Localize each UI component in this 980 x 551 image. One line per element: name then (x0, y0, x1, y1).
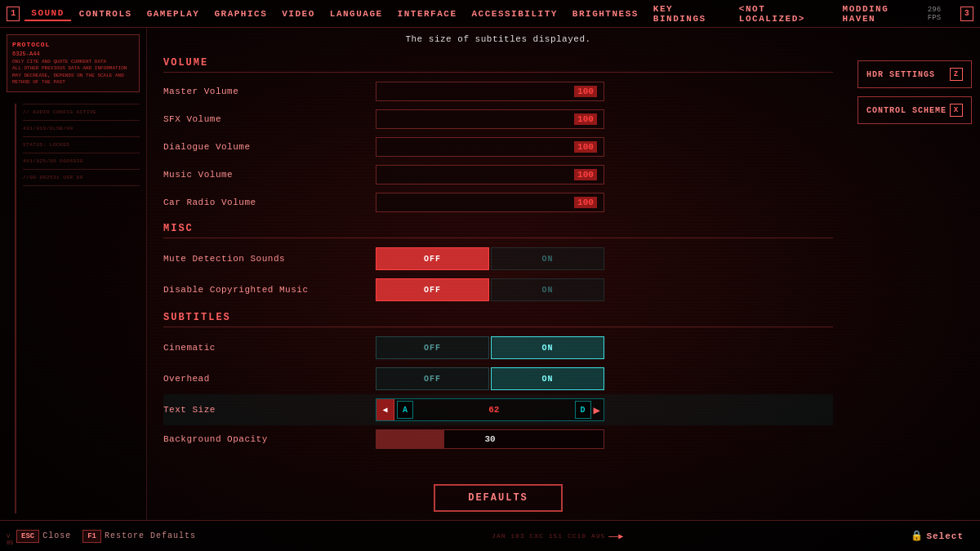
label-text-size: Text Size (163, 405, 376, 415)
value-car-radio-volume: 100 (574, 197, 597, 208)
control-cinematic[interactable]: OFF ON (376, 336, 833, 359)
version-box: V85 (7, 533, 13, 546)
sidebar-decorative: // AUDIO CONFIG ACTIVE 431/019/ULSB/00 S… (15, 104, 140, 513)
slider-sfx-volume[interactable]: 100 (376, 109, 604, 129)
value-sfx-volume: 100 (574, 113, 597, 125)
toggle-cinematic[interactable]: OFF ON (376, 336, 604, 359)
setting-text-size: Text Size ◀ A 62 D ▶ (163, 394, 833, 425)
toggle-mute-detection[interactable]: OFF ON (376, 247, 604, 270)
toggle-on-overhead[interactable]: ON (491, 367, 604, 390)
sidebar-data-1: // AUDIO CONFIG ACTIVE (23, 109, 140, 115)
toggle-off-overhead[interactable]: OFF (376, 367, 489, 390)
esc-key: ESC (16, 530, 39, 543)
toggle-on-mute-detection[interactable]: ON (491, 247, 604, 270)
sidebar-line-2 (23, 120, 140, 121)
control-scheme-button[interactable]: CONTROL SCHEME X (858, 96, 972, 124)
setting-car-radio-volume: Car Radio Volume 100 (163, 189, 833, 216)
control-overhead[interactable]: OFF ON (376, 367, 833, 390)
control-mute-detection[interactable]: OFF ON (376, 247, 833, 270)
control-text-size[interactable]: ◀ A 62 D ▶ (376, 398, 833, 421)
toggle-off-cinematic[interactable]: OFF (376, 336, 489, 359)
setting-sfx-volume: SFX Volume 100 (163, 105, 833, 133)
nav-tab-video[interactable]: VIDEO (275, 7, 322, 20)
label-sfx-volume: SFX Volume (163, 114, 376, 124)
opacity-fill (376, 430, 444, 448)
nav-tab-brightness[interactable]: BRIGHTNESS (566, 7, 645, 20)
left-sidebar: PROTOCOL 6325-A44 ONLY CITE AND QUOTE CU… (0, 28, 147, 520)
section-subtitles: Subtitles (163, 305, 833, 327)
protocol-warning: ONLY CITE AND QUOTE CURRENT DATA (12, 59, 134, 65)
nav-tab-controls[interactable]: CONTROLS (73, 7, 139, 20)
nav-tab-sound[interactable]: SOUND (24, 7, 71, 21)
setting-music-volume: Music Volume 100 (163, 161, 833, 189)
stepper-decrement[interactable]: ◀ (376, 399, 394, 420)
toggle-on-copyrighted[interactable]: ON (491, 278, 604, 301)
toggle-disable-copyrighted[interactable]: OFF ON (376, 278, 604, 301)
setting-mute-detection: Mute Detection Sounds OFF ON (163, 243, 833, 274)
sidebar-data-4: 4X1/025/UO 0006930 (23, 158, 140, 164)
control-disable-copyrighted[interactable]: OFF ON (376, 278, 833, 301)
value-bg-opacity: 30 (484, 434, 495, 444)
control-bg-opacity[interactable]: 30 (376, 429, 833, 449)
slider-dialogue-volume[interactable]: 100 (376, 137, 604, 157)
close-label: Close (42, 531, 71, 540)
label-cinematic: Cinematic (163, 343, 376, 353)
control-scheme-label: CONTROL SCHEME (866, 106, 947, 115)
hdr-settings-label: HDR SETTINGS (866, 70, 935, 79)
nav-key-3[interactable]: 3 (960, 7, 973, 21)
nav-tab-interface[interactable]: INTERFACE (391, 7, 464, 20)
settings-main: The size of subtitles displayed. Volume … (147, 28, 849, 520)
toggle-on-cinematic[interactable]: ON (491, 336, 604, 359)
toggle-off-copyrighted[interactable]: OFF (376, 278, 489, 301)
nav-tab-moddinghaven[interactable]: MODDING HAVEN (836, 2, 926, 25)
sidebar-line-5 (23, 169, 140, 170)
bottom-coords: JAN 103 CXC 151 CC10 A95 (492, 532, 605, 540)
nav-tab-notlocalized[interactable]: <NOT LOCALIZED> (733, 2, 835, 25)
hdr-settings-button[interactable]: HDR SETTINGS Z (858, 60, 972, 88)
control-sfx-volume[interactable]: 100 (376, 109, 833, 129)
section-misc: Misc (163, 216, 833, 238)
defaults-button[interactable]: DEFAULTS (434, 484, 563, 512)
control-car-radio-volume[interactable]: 100 (376, 193, 833, 212)
top-nav: 1 SOUND CONTROLS GAMEPLAY GRAPHICS VIDEO… (0, 0, 980, 28)
slider-music-volume[interactable]: 100 (376, 165, 604, 184)
toggle-off-mute-detection[interactable]: OFF (376, 247, 489, 270)
stepper-text-size[interactable]: ◀ A 62 D ▶ (376, 398, 604, 421)
nav-tab-accessibility[interactable]: ACCESSIBILITY (466, 7, 564, 20)
control-music-volume[interactable]: 100 (376, 165, 833, 184)
nav-tab-keybindings[interactable]: KEY BINDINGS (647, 2, 731, 25)
sidebar-data-3: STATUS: LOCKED (23, 142, 140, 148)
stepper-d-key[interactable]: D (575, 401, 591, 419)
slider-master-volume[interactable]: 100 (376, 82, 604, 101)
setting-master-volume: Master Volume 100 (163, 78, 833, 105)
stepper-a-key[interactable]: A (397, 401, 413, 419)
control-master-volume[interactable]: 100 (376, 82, 833, 101)
nav-key-1[interactable]: 1 (7, 7, 20, 21)
settings-content: Volume Master Volume 100 SFX Volume (163, 51, 833, 468)
label-master-volume: Master Volume (163, 87, 376, 96)
control-dialogue-volume[interactable]: 100 (376, 137, 833, 157)
label-mute-detection: Mute Detection Sounds (163, 254, 376, 264)
value-master-volume: 100 (574, 86, 597, 97)
bottom-bar: ESC Close F1 Restore Defaults JAN 103 CX… (0, 520, 980, 551)
label-overhead: Overhead (163, 374, 376, 384)
toggle-overhead[interactable]: OFF ON (376, 367, 604, 390)
right-arrow-icon[interactable]: ▶ (594, 403, 600, 417)
slider-bg-opacity[interactable]: 30 (376, 429, 604, 449)
label-car-radio-volume: Car Radio Volume (163, 198, 376, 207)
select-button[interactable]: 🔒 Select (911, 530, 964, 542)
setting-disable-copyrighted: Disable Copyrighted Music OFF ON (163, 274, 833, 305)
value-dialogue-volume: 100 (574, 141, 597, 153)
slider-car-radio-volume[interactable]: 100 (376, 193, 604, 212)
nav-tab-gameplay[interactable]: GAMEPLAY (140, 7, 207, 20)
content-area: PROTOCOL 6325-A44 ONLY CITE AND QUOTE CU… (0, 28, 980, 520)
f1-key: F1 (82, 530, 101, 543)
label-music-volume: Music Volume (163, 170, 376, 180)
subtitle-hint: The size of subtitles displayed. (163, 28, 833, 51)
sidebar-line-6 (23, 185, 140, 186)
nav-tab-graphics[interactable]: GRAPHICS (207, 7, 274, 20)
sidebar-line-4 (23, 153, 140, 153)
setting-overhead: Overhead OFF ON (163, 363, 833, 394)
nav-tab-language[interactable]: LANGUAGE (323, 7, 390, 20)
fps-counter: 296 FPS (928, 6, 956, 22)
